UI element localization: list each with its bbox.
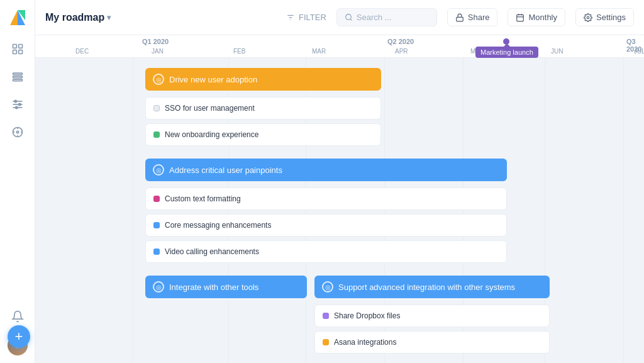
monthly-button[interactable]: Monthly — [508, 8, 565, 26]
title-chevron: ▾ — [107, 13, 111, 22]
task7-label: Asana integrations — [334, 338, 396, 347]
task4-label: Core messaging enhancements — [165, 221, 271, 230]
month-jun: JUN — [551, 48, 563, 55]
sidebar-item-compass[interactable] — [6, 121, 29, 143]
epic1-icon: ◎ — [153, 74, 164, 85]
page-title[interactable]: My roadmap ▾ — [45, 12, 111, 23]
task3-dot — [153, 196, 160, 202]
month-dec: DEC — [75, 48, 89, 55]
svg-line-26 — [350, 19, 352, 20]
epic1-label: Drive new user adoption — [169, 75, 257, 84]
settings-icon — [584, 13, 592, 22]
today-tooltip: Marketing launch — [475, 47, 538, 58]
month-jul: JUL — [634, 48, 644, 55]
filter-button[interactable]: FILTER — [286, 13, 326, 22]
svg-rect-9 — [13, 79, 22, 81]
search-icon — [345, 13, 353, 21]
add-button[interactable]: + — [8, 325, 30, 348]
share-label: Share — [468, 13, 490, 22]
epic3-label: Integrate with other tools — [169, 282, 258, 292]
month-feb: FEB — [233, 48, 245, 55]
timeline-content: ◎ Drive new user adoption SSO for user m… — [35, 58, 644, 363]
task1-label: SSO for user management — [165, 104, 255, 113]
task6-label: Share Dropbox files — [334, 311, 400, 320]
monthly-label: Monthly — [528, 13, 557, 22]
task5-label: Video calling enhancements — [165, 247, 259, 256]
epic-address-painpoints[interactable]: ◎ Address critical user painpoints — [145, 159, 507, 181]
month-apr: APR — [395, 48, 408, 55]
task-dropbox[interactable]: Share Dropbox files — [314, 304, 550, 327]
svg-point-14 — [18, 103, 20, 105]
svg-rect-7 — [13, 73, 22, 75]
grid-line-jul — [623, 58, 624, 363]
task2-dot — [153, 131, 160, 138]
task5-dot — [153, 249, 160, 255]
filter-label: FILTER — [299, 13, 326, 22]
svg-rect-6 — [18, 50, 22, 54]
filter-icon — [286, 13, 295, 22]
sidebar-item-list[interactable] — [6, 65, 29, 88]
quarter-q1: Q1 2020 — [142, 38, 169, 45]
svg-point-15 — [15, 106, 17, 108]
svg-rect-4 — [18, 45, 22, 48]
task-custom-text[interactable]: Custom text formatting — [145, 187, 507, 210]
title-text: My roadmap — [45, 12, 104, 23]
task2-label: New onboarding experience — [165, 130, 258, 139]
epic2-icon: ◎ — [153, 164, 164, 176]
grid-line-dec — [133, 58, 133, 363]
search-bar[interactable]: Search ... — [336, 8, 437, 26]
share-button[interactable]: Share — [447, 8, 498, 26]
task7-dot — [323, 339, 329, 345]
svg-rect-8 — [13, 76, 22, 78]
sidebar-item-gantt[interactable] — [6, 93, 29, 116]
svg-marker-0 — [10, 10, 18, 25]
app-logo[interactable] — [8, 8, 28, 28]
epic-support-integration[interactable]: ◎ Support advanced integration with othe… — [314, 276, 550, 298]
task-core-messaging[interactable]: Core messaging enhancements — [145, 214, 507, 237]
sidebar: U + — [0, 0, 35, 363]
task-asana[interactable]: Asana integrations — [314, 331, 550, 354]
settings-label: Settings — [596, 13, 626, 22]
task1-dot — [153, 105, 160, 111]
epic4-icon: ◎ — [322, 281, 333, 293]
svg-point-25 — [345, 14, 351, 20]
svg-point-17 — [16, 131, 18, 133]
svg-rect-5 — [13, 50, 16, 54]
search-placeholder: Search ... — [357, 13, 392, 22]
task-video-calling[interactable]: Video calling enhancements — [145, 240, 507, 263]
svg-rect-27 — [457, 17, 464, 21]
month-jan: JAN — [152, 48, 164, 55]
svg-rect-3 — [13, 45, 16, 48]
task6-dot — [323, 313, 329, 319]
epic-drive-user-adoption[interactable]: ◎ Drive new user adoption — [145, 68, 381, 91]
calendar-icon — [516, 13, 525, 22]
epic4-label: Support advanced integration with other … — [338, 282, 515, 292]
header: My roadmap ▾ FILTER Search ... Share Mon… — [35, 0, 644, 35]
task3-label: Custom text formatting — [165, 194, 241, 203]
settings-button[interactable]: Settings — [575, 8, 634, 26]
sidebar-item-roadmap[interactable] — [6, 38, 29, 60]
main-content: My roadmap ▾ FILTER Search ... Share Mon… — [35, 0, 644, 363]
task4-dot — [153, 222, 160, 228]
timeline: DEC Q1 2020 JAN FEB MAR Q2 2020 APR MAY … — [35, 35, 644, 363]
task-sso[interactable]: SSO for user management — [145, 97, 381, 120]
epic3-icon: ◎ — [153, 281, 164, 293]
task-onboarding[interactable]: New onboarding experience — [145, 123, 381, 146]
epic-integrate-tools[interactable]: ◎ Integrate with other tools — [145, 276, 307, 298]
month-mar: MAR — [312, 48, 326, 55]
bell-icon[interactable] — [6, 305, 29, 328]
svg-point-32 — [587, 16, 589, 19]
timeline-header: DEC Q1 2020 JAN FEB MAR Q2 2020 APR MAY … — [35, 35, 644, 58]
epic2-label: Address critical user painpoints — [169, 165, 282, 175]
today-label: Marketing launch — [480, 48, 533, 56]
svg-rect-28 — [517, 14, 524, 21]
quarter-q2: Q2 2020 — [387, 38, 414, 45]
svg-point-13 — [14, 100, 16, 102]
share-icon — [455, 13, 464, 22]
